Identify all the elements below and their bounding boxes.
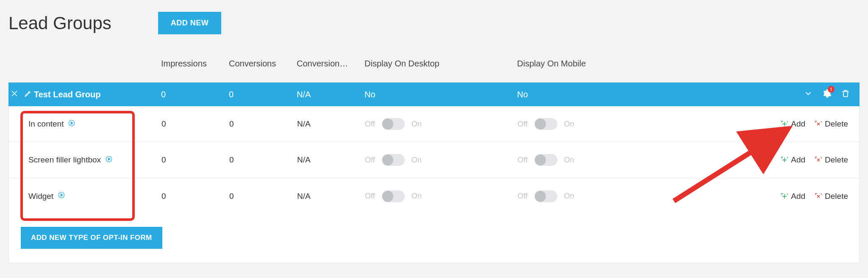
tools-icon[interactable] [11,90,18,99]
row-conversion-rate: N/A [297,119,365,129]
group-impressions: 0 [161,90,229,99]
row-name[interactable]: Screen filler lightbox [28,155,101,165]
group-header[interactable]: Test Lead Group 0 0 N/A No No ! [8,83,860,106]
desktop-toggle[interactable]: Off On [365,190,517,202]
mobile-toggle[interactable]: Off On [517,154,670,166]
play-icon[interactable] [58,191,65,201]
col-header-conversion-rate: Conversion… [297,59,364,69]
desktop-toggle[interactable]: Off On [365,118,517,130]
add-new-type-button[interactable]: ADD NEW TYPE OF OPT-IN FORM [21,227,162,249]
delete-button[interactable]: Delete [815,192,848,201]
delete-label: Delete [825,119,848,129]
col-header-desktop: Display On Desktop [364,59,517,69]
group-conversion-rate: N/A [297,90,364,99]
group-name: Test Lead Group [34,90,161,99]
desktop-toggle[interactable]: Off On [365,154,517,166]
row-conversion-rate: N/A [297,155,365,165]
gear-icon[interactable]: ! [822,89,832,100]
play-icon[interactable] [105,155,113,165]
chevron-down-icon[interactable] [804,89,813,100]
add-button[interactable]: Add [781,192,805,201]
col-header-impressions: Impressions [161,59,229,69]
group-display-desktop: No [364,90,517,99]
row-conversions: 0 [229,119,297,129]
mobile-toggle[interactable]: Off On [517,190,670,202]
add-label: Add [791,119,805,129]
row-conversions: 0 [229,155,297,165]
toggle-on-label: On [564,120,574,129]
table-row: Screen filler lightbox 0 0 N/A Off On Of… [9,142,859,178]
mobile-toggle[interactable]: Off On [517,118,670,130]
group-display-mobile: No [517,90,670,99]
trash-icon[interactable] [841,89,850,100]
toggle-on-label: On [412,120,422,129]
row-name[interactable]: Widget [28,192,53,201]
row-name[interactable]: In content [28,119,64,129]
row-impressions: 0 [161,119,229,129]
col-header-conversions: Conversions [229,59,297,69]
row-conversion-rate: N/A [297,192,365,201]
col-header-mobile: Display On Mobile [517,59,670,69]
page-title: Lead Groups [8,13,111,33]
row-conversions: 0 [229,192,297,201]
group-conversions: 0 [229,90,297,99]
toggle-off-label: Off [517,120,528,129]
gear-alert-badge: ! [828,86,835,93]
play-icon[interactable] [68,119,75,129]
rows-container: In content 0 0 N/A Off On Off On [8,106,860,215]
card-footer: ADD NEW TYPE OF OPT-IN FORM [8,214,860,263]
row-impressions: 0 [161,155,229,165]
delete-button[interactable]: Delete [815,119,848,129]
delete-button[interactable]: Delete [815,155,848,165]
add-button[interactable]: Add [781,119,805,129]
add-button[interactable]: Add [781,155,805,165]
table-row: In content 0 0 N/A Off On Off On [9,106,859,142]
toggle-off-label: Off [365,120,375,129]
add-new-button[interactable]: ADD NEW [158,12,222,34]
table-row: Widget 0 0 N/A Off On Off On [9,178,859,214]
pencil-icon[interactable] [24,90,32,99]
row-impressions: 0 [161,192,229,201]
column-header-row: Impressions Conversions Conversion… Disp… [8,53,860,74]
